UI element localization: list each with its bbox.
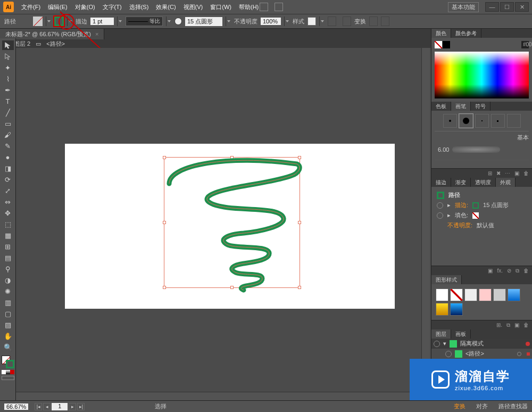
arrange-icon[interactable] — [275, 3, 283, 11]
profile-dropdown[interactable] — [166, 17, 171, 26]
type-tool[interactable]: T — [2, 96, 14, 106]
fill-stroke-indicator[interactable] — [2, 356, 14, 368]
opacity-label[interactable]: 不透明度 — [234, 18, 257, 26]
perspective-tool[interactable]: ▦ — [2, 230, 14, 240]
brush-slot-2[interactable] — [459, 114, 473, 128]
gs-swatch-4[interactable] — [479, 289, 492, 301]
pen-tool[interactable]: ✒ — [2, 85, 14, 95]
isolate-icon[interactable] — [369, 17, 378, 26]
appearance-opacity-row[interactable]: 不透明度: 默认值 — [445, 220, 529, 230]
tab-appearance[interactable]: 外观 — [496, 178, 516, 187]
color-none-swatch[interactable] — [435, 41, 442, 48]
stroke-label[interactable]: 描边 — [76, 18, 87, 26]
menu-edit[interactable]: 编辑(E) — [48, 3, 68, 11]
appearance-stroke-row[interactable]: ▸ 描边: 15 点圆形 — [435, 200, 529, 210]
minimize-button[interactable]: — — [485, 2, 499, 12]
paintbrush-tool[interactable]: 🖌 — [2, 130, 14, 139]
brush-dropdown[interactable] — [226, 17, 231, 26]
gs-trash-icon[interactable]: 🗑 — [523, 322, 529, 328]
document-tab[interactable]: 未标题-2* @ 66.67% (RGB/预览) × — [0, 29, 104, 39]
gradient-tool[interactable]: ▤ — [2, 253, 14, 262]
crumb-path[interactable]: <路径> — [46, 40, 65, 48]
color-mode-row[interactable] — [2, 370, 14, 374]
menu-view[interactable]: 视图(V) — [184, 3, 203, 11]
eraser-tool[interactable]: ◨ — [2, 163, 14, 173]
gs-swatch-2[interactable] — [450, 289, 463, 301]
visibility-toggle-fill[interactable] — [437, 212, 443, 219]
style-swatch[interactable] — [307, 17, 316, 26]
brush-trash-icon[interactable]: 🗑 — [523, 170, 529, 176]
line-tool[interactable]: ╱ — [2, 108, 14, 117]
direct-selection-tool[interactable] — [2, 52, 14, 61]
tab-symbols[interactable]: 符号 — [471, 102, 491, 111]
fill-color-chip[interactable] — [472, 212, 479, 219]
width-tool[interactable]: ⇔ — [2, 197, 14, 207]
workspace-switcher[interactable]: 基本功能 — [448, 2, 479, 12]
stroke-swatch[interactable] — [54, 17, 64, 26]
blend-tool[interactable]: ◑ — [2, 275, 14, 285]
fill-dropdown[interactable] — [46, 17, 51, 26]
artboard-tool[interactable]: ▢ — [2, 309, 14, 318]
menu-type[interactable]: 文字(T) — [103, 3, 122, 11]
zoom-tool[interactable]: 🔍 — [2, 342, 14, 352]
crumb-layer[interactable]: 图层 2 — [14, 40, 30, 48]
transform-link[interactable]: 变换 — [354, 18, 366, 26]
status-align-link[interactable]: 对齐 — [476, 402, 488, 410]
color-black-swatch[interactable] — [443, 41, 450, 48]
stroke-dropdown[interactable] — [67, 17, 72, 26]
color-spectrum[interactable] — [435, 52, 529, 98]
appearance-new-icon[interactable]: ▣ — [488, 268, 493, 274]
zoom-field[interactable]: 66.67% — [4, 403, 28, 410]
artboard-current[interactable]: 1 — [52, 403, 68, 410]
appearance-dup-icon[interactable]: ⧉ — [516, 268, 519, 274]
graph-tool[interactable]: ▥ — [2, 298, 14, 307]
screen-mode-row[interactable] — [2, 376, 14, 380]
status-pathfinder-link[interactable]: 路径查找器 — [498, 402, 528, 410]
spiral-path-art[interactable] — [164, 154, 302, 293]
gs-link-icon[interactable]: ⧉ — [506, 322, 510, 328]
tab-gradient[interactable]: 渐变 — [451, 178, 471, 187]
recolor-icon[interactable] — [328, 17, 336, 26]
close-button[interactable]: ✕ — [515, 2, 529, 12]
blob-tool[interactable]: ● — [2, 152, 14, 162]
shape-builder-tool[interactable]: ⬚ — [2, 219, 14, 229]
lasso-tool[interactable]: ⌇ — [2, 74, 14, 84]
stroke-indicator[interactable] — [6, 360, 14, 368]
select-similar-icon[interactable] — [381, 17, 389, 26]
free-transform-tool[interactable]: ✥ — [2, 208, 14, 218]
layer-target-path[interactable] — [517, 352, 521, 356]
tab-stroke2[interactable]: 描边 — [431, 178, 451, 187]
gs-swatch-3[interactable] — [464, 289, 477, 301]
layer-target-iso[interactable] — [526, 342, 530, 346]
maximize-button[interactable]: ☐ — [500, 2, 514, 12]
artboard-first-button[interactable]: |◂ — [35, 403, 42, 410]
menu-file[interactable]: 文件(F) — [21, 3, 40, 11]
style-dropdown[interactable] — [319, 17, 325, 26]
horizontal-scrollbar[interactable] — [16, 392, 430, 400]
tab-graphic-styles[interactable]: 图形样式 — [431, 275, 462, 284]
tab-swatches[interactable]: 色板 — [431, 102, 451, 111]
brush-slot-5[interactable] — [507, 114, 521, 128]
appearance-fx-icon[interactable]: fx. — [497, 268, 503, 274]
appearance-clear-icon[interactable]: ⊘ — [507, 268, 511, 274]
stroke-color-chip[interactable] — [472, 202, 479, 209]
menu-help[interactable]: 帮助(H) — [239, 3, 259, 11]
brush-lib-icon[interactable]: ⊞ — [488, 170, 492, 176]
gs-swatch-5[interactable] — [493, 289, 506, 301]
menu-effect[interactable]: 效果(C) — [156, 3, 176, 11]
document-tab-close-icon[interactable]: × — [95, 31, 98, 37]
layer-path-row[interactable]: <路径> — [431, 349, 532, 359]
status-transform-link[interactable]: 变换 — [454, 402, 466, 410]
brush-new-icon[interactable]: ▣ — [514, 170, 519, 176]
gs-swatch-6[interactable] — [508, 289, 520, 301]
artboard-last-button[interactable]: ▸| — [77, 403, 85, 410]
artboard-prev-button[interactable]: ◂ — [43, 403, 51, 410]
gs-swatch-7[interactable] — [436, 303, 448, 316]
vertical-scrollbar[interactable] — [421, 48, 430, 400]
gs-swatch-1[interactable] — [436, 289, 448, 301]
visibility-toggle-stroke[interactable] — [437, 202, 443, 209]
pencil-tool[interactable]: ✎ — [2, 141, 14, 151]
brush-slot-1[interactable] — [443, 114, 457, 128]
rectangle-tool[interactable]: ▭ — [2, 119, 14, 128]
rotate-tool[interactable]: ⟳ — [2, 175, 14, 184]
